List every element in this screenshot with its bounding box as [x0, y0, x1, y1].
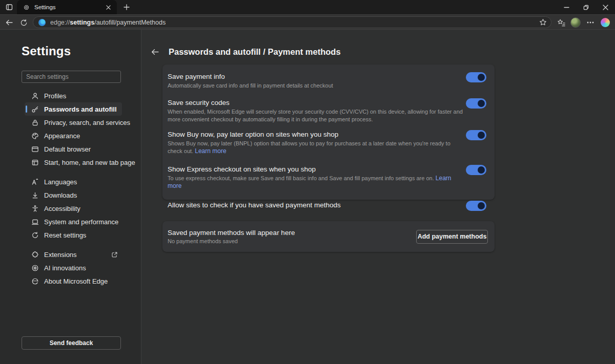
sidebar-item-privacy[interactable]: Privacy, search, and services: [25, 116, 122, 129]
sidebar-item-label: Privacy, search, and services: [44, 119, 130, 126]
settings-page: Settings Profiles Passwords and autofill: [0, 30, 615, 364]
setting-row-save-payment-info: Save payment info Automatically save car…: [168, 72, 486, 90]
toggle-knob: [478, 132, 485, 139]
toggle-bnpl[interactable]: [466, 130, 486, 140]
minimize-button[interactable]: [557, 0, 576, 14]
setting-title: Show Buy now, pay later option on sites …: [168, 130, 464, 139]
page-title: Passwords and autofill / Payment methods: [169, 47, 341, 57]
sidebar-item-about-edge[interactable]: About Microsoft Edge: [25, 274, 122, 288]
nav-group-2: Languages Downloads Accessibility: [25, 175, 122, 242]
settings-sidebar: Settings Profiles Passwords and autofill: [0, 30, 141, 364]
sidebar-item-passwords-and-autofill[interactable]: Passwords and autofill: [25, 102, 122, 116]
favorites-hub-button[interactable]: [556, 17, 567, 28]
sidebar-item-label: About Microsoft Edge: [44, 277, 108, 285]
setting-row-express-checkout: Show Express checkout on sites when you …: [168, 165, 486, 190]
sidebar-item-label: Profiles: [44, 92, 66, 100]
sidebar-nav: Profiles Passwords and autofill Privacy,…: [25, 89, 122, 294]
puzzle-icon: [31, 250, 39, 259]
sidebar-item-default-browser[interactable]: Default browser: [25, 142, 122, 156]
settings-more-button[interactable]: [585, 17, 596, 28]
back-icon: [5, 18, 13, 27]
external-link-icon: [111, 251, 118, 258]
sidebar-item-label: AI innovations: [44, 264, 86, 272]
toggle-knob: [478, 166, 485, 174]
sidebar-title: Settings: [22, 44, 71, 58]
nav-group-1: Profiles Passwords and autofill Privacy,…: [25, 89, 122, 169]
toggle-allow-sites-check[interactable]: [466, 201, 486, 211]
setting-title: Save payment info: [168, 72, 464, 81]
tab-close-icon[interactable]: [104, 3, 113, 12]
active-indicator: [26, 105, 27, 113]
sidebar-item-ai-innovations[interactable]: AI innovations: [25, 261, 122, 274]
sidebar-item-reset-settings[interactable]: Reset settings: [25, 228, 122, 242]
sidebar-item-extensions[interactable]: Extensions: [25, 248, 122, 261]
payment-settings-card: Save payment info Automatically save car…: [162, 65, 495, 200]
back-arrow-icon: [151, 48, 159, 56]
send-feedback-button[interactable]: Send feedback: [22, 336, 121, 350]
search-settings-input[interactable]: [22, 71, 121, 83]
copilot-icon: [601, 18, 610, 27]
close-window-button[interactable]: [596, 0, 615, 14]
sidebar-item-label: Passwords and autofill: [44, 105, 117, 113]
tab-title: Settings: [34, 4, 104, 10]
settings-main: Passwords and autofill / Payment methods…: [141, 30, 615, 364]
back-button[interactable]: [3, 16, 15, 29]
setting-title: Save security codes: [168, 98, 464, 108]
sidebar-item-label: Appearance: [44, 132, 80, 140]
learn-more-link[interactable]: Learn more: [195, 147, 226, 155]
address-bar[interactable]: edge://settings/autofill/paymentMethods: [33, 16, 551, 28]
sidebar-item-system-performance[interactable]: System and performance: [25, 215, 122, 228]
accessibility-icon: [31, 204, 39, 212]
newtab-page-icon: [31, 158, 39, 166]
setting-row-bnpl: Show Buy now, pay later option on sites …: [168, 130, 486, 155]
key-icon: [31, 105, 39, 113]
site-edge-logo-icon: [38, 19, 46, 26]
setting-description: To use express checkout, make sure Save …: [168, 175, 464, 190]
add-payment-methods-button[interactable]: Add payment methods: [416, 230, 488, 244]
saved-payment-title: Saved payment methods will appear here: [168, 229, 295, 237]
sidebar-item-label: Languages: [44, 178, 77, 186]
sidebar-item-languages[interactable]: Languages: [25, 175, 122, 188]
sidebar-item-label: Start, home, and new tab page: [44, 159, 135, 166]
person-icon: [31, 92, 39, 100]
toggle-save-security-codes[interactable]: [466, 98, 486, 109]
restore-button[interactable]: [576, 0, 596, 14]
browser-tab-settings[interactable]: Settings: [17, 0, 117, 14]
browser-window-icon: [31, 145, 39, 153]
setting-row-allow-sites-check: Allow sites to check if you have saved p…: [168, 201, 486, 211]
refresh-button[interactable]: [17, 16, 30, 29]
toggle-knob: [478, 202, 485, 209]
toggle-save-payment-info[interactable]: [466, 72, 486, 82]
sidebar-item-label: Extensions: [44, 251, 77, 259]
ai-sparkle-icon: [31, 264, 39, 272]
tab-actions-menu-button[interactable]: [4, 2, 14, 12]
sidebar-item-downloads[interactable]: Downloads: [25, 188, 122, 202]
more-menu-icon: [587, 22, 594, 24]
setting-title: Show Express checkout on sites when you …: [168, 165, 464, 174]
refresh-icon: [20, 19, 28, 27]
toggle-knob: [478, 74, 485, 81]
favorite-star-icon[interactable]: [539, 18, 547, 26]
sidebar-item-appearance[interactable]: Appearance: [25, 129, 122, 142]
url-text[interactable]: edge://settings/autofill/paymentMethods: [50, 19, 539, 26]
minimize-icon: [564, 5, 569, 10]
saved-payment-methods-card: Saved payment methods will appear here N…: [162, 221, 495, 252]
language-icon: [31, 178, 39, 186]
gear-icon: [23, 4, 30, 11]
sidebar-item-start-home-newtab[interactable]: Start, home, and new tab page: [25, 156, 122, 169]
sidebar-item-profiles[interactable]: Profiles: [25, 89, 122, 102]
profile-button[interactable]: [570, 17, 581, 28]
sidebar-item-label: Downloads: [44, 191, 77, 199]
page-header: Passwords and autofill / Payment methods: [148, 45, 341, 58]
laptop-icon: [31, 218, 39, 226]
sidebar-item-accessibility[interactable]: Accessibility: [25, 202, 122, 215]
title-bar: Settings: [0, 0, 615, 14]
new-tab-button[interactable]: [121, 2, 132, 13]
copilot-button[interactable]: [600, 17, 611, 28]
toggle-express-checkout[interactable]: [466, 165, 486, 175]
profile-avatar: [570, 17, 581, 28]
page-back-button[interactable]: [148, 45, 161, 58]
restore-icon: [583, 5, 589, 10]
lock-icon: [31, 118, 39, 126]
plus-icon: [124, 4, 130, 10]
